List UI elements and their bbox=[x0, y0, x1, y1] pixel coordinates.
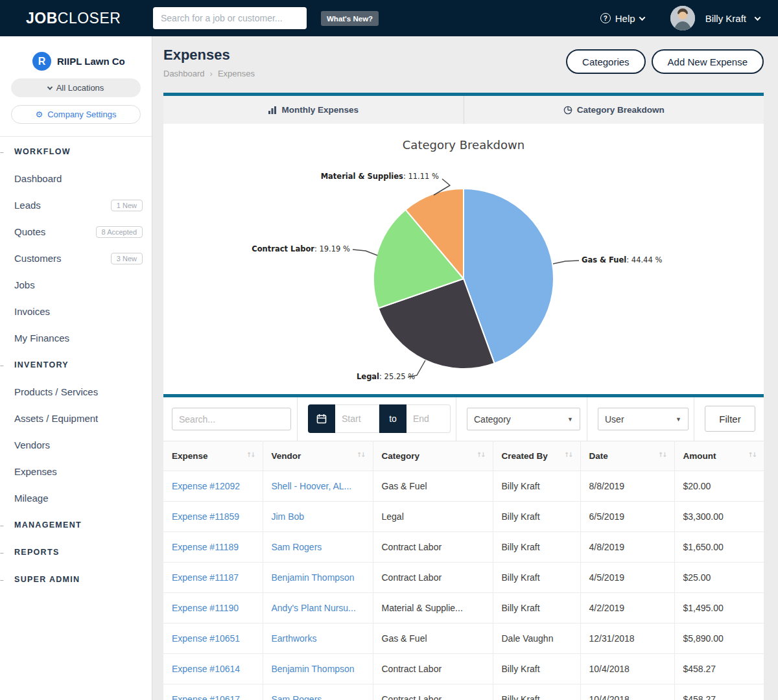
table-row: Expense #11190Andy's Plant Nursu...Mater… bbox=[163, 593, 764, 624]
expense-link[interactable]: Expense #10651 bbox=[172, 633, 240, 644]
calendar-icon bbox=[316, 413, 327, 425]
sidebar-item-mileage[interactable]: Mileage bbox=[0, 485, 152, 511]
expense-cell: Expense #11187 bbox=[163, 563, 263, 593]
calendar-button[interactable] bbox=[308, 404, 335, 433]
column-header-expense[interactable]: ↑↓Expense bbox=[163, 441, 263, 471]
locations-dropdown[interactable]: All Locations bbox=[11, 78, 141, 97]
sidebar-item-dashboard[interactable]: Dashboard bbox=[0, 165, 152, 192]
breadcrumb-dashboard[interactable]: Dashboard bbox=[163, 69, 205, 78]
category-cell: Contract Labor bbox=[373, 654, 493, 684]
category-select[interactable]: Category ▼ bbox=[467, 408, 580, 430]
column-header-date[interactable]: ↑↓Date bbox=[580, 441, 674, 471]
company-logo: R bbox=[32, 52, 51, 71]
avatar[interactable] bbox=[670, 6, 695, 30]
expense-link[interactable]: Expense #11189 bbox=[172, 542, 239, 552]
column-header-amount[interactable]: ↑↓Amount bbox=[674, 441, 764, 471]
filter-divider bbox=[456, 397, 456, 441]
company-settings-button[interactable]: ⚙ Company Settings bbox=[11, 105, 141, 124]
vendor-cell: Shell - Hoover, AL... bbox=[263, 471, 373, 502]
column-header-vendor[interactable]: ↑↓Vendor bbox=[263, 441, 373, 471]
amount-cell: $20.00 bbox=[674, 471, 764, 502]
sidebar-item-label: Expenses bbox=[14, 466, 57, 477]
sort-icon: ↑↓ bbox=[477, 451, 485, 458]
expense-cell: Expense #11859 bbox=[163, 502, 263, 532]
sidebar-item-customers[interactable]: Customers3 New bbox=[0, 245, 152, 272]
vendor-cell: Sam Rogers bbox=[263, 532, 373, 563]
expense-link[interactable]: Expense #12092 bbox=[172, 481, 240, 491]
table-row: Expense #11189Sam RogersContract LaborBi… bbox=[163, 532, 764, 563]
expense-link[interactable]: Expense #10617 bbox=[172, 694, 240, 700]
chevron-down-icon bbox=[47, 84, 52, 89]
date-end-input[interactable] bbox=[407, 404, 451, 433]
vendor-link[interactable]: Andy's Plant Nursu... bbox=[272, 603, 356, 613]
vendor-link[interactable]: Sam Rogers bbox=[272, 542, 322, 552]
sidebar-item-products-services[interactable]: Products / Services bbox=[0, 379, 152, 405]
category-select-value: Category bbox=[474, 414, 511, 425]
help-menu[interactable]: ? Help bbox=[600, 13, 644, 24]
tab-monthly-expenses[interactable]: Monthly Expenses bbox=[163, 96, 464, 124]
vendor-link[interactable]: Earthworks bbox=[272, 633, 317, 644]
sidebar-item-quotes[interactable]: Quotes8 Accepted bbox=[0, 218, 152, 245]
expense-link[interactable]: Expense #11859 bbox=[172, 511, 239, 522]
amount-cell: $1,650.00 bbox=[674, 532, 764, 563]
vendor-link[interactable]: Benjamin Thompson bbox=[272, 572, 355, 583]
filter-divider bbox=[587, 397, 587, 441]
sidebar-item-vendors[interactable]: Vendors bbox=[0, 432, 152, 458]
global-search-input[interactable] bbox=[153, 7, 307, 29]
expense-link[interactable]: Expense #10614 bbox=[172, 664, 240, 674]
sidebar-section-management: --MANAGEMENT bbox=[0, 511, 152, 539]
breadcrumb: Dashboard › Expenses bbox=[163, 69, 255, 78]
categories-button[interactable]: Categories bbox=[566, 49, 646, 74]
column-header-category[interactable]: ↑↓Category bbox=[373, 441, 493, 471]
table-row: Expense #10651EarthworksGas & FuelDale V… bbox=[163, 624, 764, 654]
column-header-created-by[interactable]: ↑↓Created By bbox=[493, 441, 580, 471]
sidebar-item-badge: 3 New bbox=[111, 253, 143, 264]
add-new-expense-button[interactable]: Add New Expense bbox=[652, 49, 764, 74]
tab-category-breakdown[interactable]: Category Breakdown bbox=[464, 96, 764, 124]
sidebar-item-jobs[interactable]: Jobs bbox=[0, 272, 152, 298]
tab-label: Category Breakdown bbox=[577, 105, 665, 115]
date-cell: 4/5/2019 bbox=[580, 563, 674, 593]
section-label: MANAGEMENT bbox=[9, 520, 82, 530]
sidebar-item-invoices[interactable]: Invoices bbox=[0, 298, 152, 325]
table-header: ↑↓Expense↑↓Vendor↑↓Category↑↓Created By↑… bbox=[163, 441, 764, 471]
filter-row: to Category ▼ User ▼ Filter bbox=[163, 397, 764, 441]
sidebar-item-label: My Finances bbox=[14, 332, 69, 344]
table-row: Expense #11859Jim BobLegalBilly Kraft6/5… bbox=[163, 502, 764, 532]
date-to-label: to bbox=[379, 404, 407, 433]
locations-label: All Locations bbox=[56, 83, 104, 93]
whats-new-button[interactable]: What's New? bbox=[321, 11, 379, 26]
date-cell: 6/5/2019 bbox=[580, 502, 674, 532]
vendor-link[interactable]: Sam Rogers bbox=[272, 694, 322, 700]
sidebar-item-assets-equipment[interactable]: Assets / Equipment bbox=[0, 405, 152, 432]
column-label: Expense bbox=[172, 451, 208, 461]
company-name: RIIPL Lawn Co bbox=[57, 56, 125, 67]
sidebar-item-leads[interactable]: Leads1 New bbox=[0, 192, 152, 218]
column-label: Category bbox=[382, 451, 420, 461]
amount-cell: $5,890.00 bbox=[674, 624, 764, 654]
sidebar-item-badge: 1 New bbox=[111, 200, 143, 211]
filter-button[interactable]: Filter bbox=[705, 406, 755, 432]
pie-chart-area: Category Breakdown Gas & Fuel: 44.44 % L… bbox=[163, 124, 764, 394]
table-search-input[interactable] bbox=[172, 408, 291, 430]
pie-chart-icon bbox=[563, 106, 572, 115]
expense-link[interactable]: Expense #11187 bbox=[172, 572, 239, 583]
vendor-cell: Benjamin Thompson bbox=[263, 654, 373, 684]
gear-icon: ⚙ bbox=[36, 110, 43, 119]
vendor-link[interactable]: Jim Bob bbox=[272, 511, 305, 522]
user-select[interactable]: User ▼ bbox=[598, 408, 689, 430]
breadcrumb-expenses: Expenses bbox=[218, 69, 255, 78]
user-name[interactable]: Billy Kraft bbox=[705, 13, 746, 24]
pie-chart[interactable] bbox=[163, 124, 764, 394]
expense-link[interactable]: Expense #11190 bbox=[172, 603, 239, 613]
sidebar-item-expenses[interactable]: Expenses bbox=[0, 458, 152, 485]
chart-tabs: Monthly Expenses Category Breakdown bbox=[163, 96, 764, 124]
user-select-value: User bbox=[605, 414, 624, 425]
sidebar-item-my-finances[interactable]: My Finances bbox=[0, 325, 152, 351]
company-row: R RIIPL Lawn Co bbox=[0, 36, 152, 71]
date-start-input[interactable] bbox=[335, 404, 379, 433]
vendor-link[interactable]: Shell - Hoover, AL... bbox=[272, 481, 352, 491]
section-dash-icon: -- bbox=[0, 576, 9, 583]
expense-cell: Expense #11190 bbox=[163, 593, 263, 624]
vendor-link[interactable]: Benjamin Thompson bbox=[272, 664, 355, 674]
